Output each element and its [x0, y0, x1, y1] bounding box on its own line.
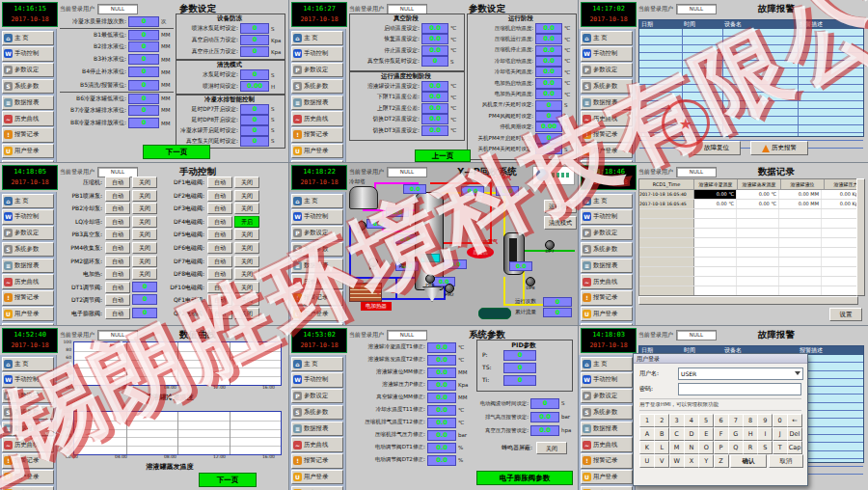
- sidebar-item-data-report[interactable]: ≡数据报表: [291, 259, 343, 273]
- sidebar-item-data-report[interactable]: ≡数据报表: [2, 422, 54, 436]
- param-value-field[interactable]: 0: [240, 104, 269, 115]
- records-cell[interactable]: [737, 238, 779, 247]
- off-button[interactable]: 关闭: [132, 229, 157, 240]
- username-combobox[interactable]: USER: [678, 368, 803, 380]
- param-value-field[interactable]: 0: [128, 118, 159, 128]
- key-X[interactable]: X: [684, 454, 699, 468]
- off-button[interactable]: 关闭: [234, 268, 259, 280]
- records-time-cell[interactable]: [639, 258, 694, 266]
- auto-button[interactable]: 自动: [207, 229, 232, 240]
- auto-button[interactable]: 自动: [105, 308, 130, 319]
- sidebar-item-manual-control[interactable]: W手动控制: [581, 372, 633, 387]
- sidebar-item-user-login[interactable]: U用户登录: [291, 307, 343, 321]
- pid-value-field[interactable]: 0: [503, 363, 536, 373]
- key-S[interactable]: S: [757, 441, 773, 454]
- valve-value-field[interactable]: 0: [132, 282, 157, 292]
- auto-button[interactable]: 自动: [105, 229, 130, 240]
- records-cell[interactable]: [694, 267, 737, 276]
- key-J[interactable]: J: [773, 427, 788, 441]
- records-cell[interactable]: [779, 238, 822, 247]
- auto-button[interactable]: 自动: [105, 242, 130, 254]
- sidebar-item-user-login[interactable]: U用户登录: [581, 307, 633, 321]
- records-cell[interactable]: [694, 219, 737, 228]
- key-3[interactable]: 3: [669, 414, 685, 427]
- sidebar-item-param-setting[interactable]: P参数设定: [2, 63, 54, 77]
- off-button[interactable]: 关闭: [132, 242, 157, 254]
- auto-button[interactable]: 自动: [207, 203, 232, 214]
- records-cell[interactable]: 0.00 Kpa: [822, 190, 858, 199]
- param-value-field[interactable]: 0.0: [535, 89, 562, 99]
- param-value-field[interactable]: 0: [128, 80, 159, 91]
- sidebar-item-history-curve[interactable]: ~历史曲线: [2, 437, 54, 451]
- records-time-cell[interactable]: 2017-10-18 16:05:40: [639, 190, 694, 199]
- records-cell[interactable]: [737, 267, 779, 276]
- key-Y[interactable]: Y: [698, 454, 714, 468]
- param-value-field[interactable]: 0.0: [421, 125, 448, 136]
- off-button[interactable]: 关闭: [234, 203, 259, 214]
- sidebar-item-alarm-record[interactable]: !报警记录: [2, 127, 54, 142]
- records-time-cell[interactable]: [639, 209, 694, 218]
- param-value-field[interactable]: 0.0: [427, 380, 456, 391]
- h-scrollbar[interactable]: [638, 296, 858, 305]
- key-Cap[interactable]: Cap: [787, 441, 802, 454]
- key-L[interactable]: L: [654, 441, 669, 454]
- sidebar-item-home[interactable]: ⌂主 页: [291, 357, 343, 371]
- buzzer-off-button[interactable]: 关闭: [536, 442, 567, 454]
- sidebar-item-system-param[interactable]: S系统参数: [581, 79, 633, 94]
- sidebar-item-user-login[interactable]: U用户登录: [581, 144, 633, 158]
- sidebar-item-manual-control[interactable]: W手动控制: [291, 46, 343, 61]
- records-cell[interactable]: [737, 258, 779, 266]
- confirm-button[interactable]: 确认: [730, 454, 767, 468]
- key-U[interactable]: U: [639, 454, 655, 468]
- sidebar-item-history-curve[interactable]: ~历史曲线: [291, 274, 343, 288]
- key-Q[interactable]: Q: [728, 441, 744, 454]
- key-P[interactable]: P: [714, 441, 729, 454]
- param-value-field[interactable]: 0: [128, 67, 159, 77]
- param-value-field[interactable]: 0.0: [421, 45, 448, 56]
- password-input[interactable]: [678, 383, 801, 395]
- key-I[interactable]: I: [757, 427, 773, 441]
- off-button[interactable]: 关闭: [132, 190, 157, 202]
- key-E[interactable]: E: [698, 427, 714, 441]
- off-button[interactable]: 关闭: [132, 256, 157, 267]
- off-button[interactable]: 关闭: [234, 308, 259, 319]
- sidebar-item-history-curve[interactable]: ~历史曲线: [291, 111, 343, 125]
- records-cell[interactable]: [737, 229, 779, 237]
- records-cell[interactable]: [822, 277, 858, 286]
- sidebar-item-data-report[interactable]: ≡数据报表: [291, 422, 343, 436]
- key-←[interactable]: ←: [787, 414, 802, 427]
- auto-button[interactable]: 自动: [207, 308, 232, 319]
- next-page-button[interactable]: 上一页: [415, 150, 471, 162]
- sidebar-item-home[interactable]: ⌂主 页: [2, 357, 54, 371]
- auto-button[interactable]: 自动: [207, 242, 232, 254]
- param-value-field[interactable]: 0.0: [535, 34, 562, 44]
- param-value-field[interactable]: 0: [128, 41, 159, 52]
- sidebar-item-data-report[interactable]: ≡数据报表: [291, 95, 343, 110]
- sidebar-item-home[interactable]: ⌂主 页: [2, 194, 54, 208]
- records-cell[interactable]: [822, 267, 858, 276]
- sidebar-item-param-setting[interactable]: P参数设定: [291, 63, 343, 77]
- records-cell[interactable]: [694, 229, 737, 237]
- run-mode-button[interactable]: 运行模式: [544, 200, 577, 213]
- sidebar-item-manual-control[interactable]: W手动控制: [2, 372, 54, 387]
- param-value-field[interactable]: 0.0: [535, 67, 562, 77]
- sidebar-item-alarm-record[interactable]: !报警记录: [2, 453, 54, 468]
- param-value-field[interactable]: 0.00: [535, 122, 562, 132]
- off-button[interactable]: 关闭: [234, 282, 259, 293]
- param-value-field[interactable]: 0.0: [421, 81, 448, 92]
- fault-reset-button[interactable]: 故障复位: [692, 141, 741, 155]
- records-cell[interactable]: 0.00 MM: [779, 190, 822, 199]
- sidebar-item-system-param[interactable]: S系统参数: [291, 405, 343, 420]
- records-time-cell[interactable]: [639, 286, 694, 295]
- sidebar-item-user-login[interactable]: U用户登录: [2, 307, 54, 321]
- param-value-field[interactable]: 0.0: [421, 34, 448, 44]
- param-value-field[interactable]: 0: [535, 100, 562, 111]
- records-cell[interactable]: [779, 267, 822, 276]
- off-button[interactable]: 关闭: [132, 268, 157, 280]
- records-cell[interactable]: [737, 286, 779, 295]
- key-8[interactable]: 8: [743, 414, 758, 427]
- sidebar-item-user-login[interactable]: U用户登录: [291, 144, 343, 158]
- records-cell[interactable]: [737, 248, 779, 257]
- param-value-field[interactable]: 0: [128, 30, 159, 41]
- auto-button[interactable]: 自动: [105, 294, 130, 306]
